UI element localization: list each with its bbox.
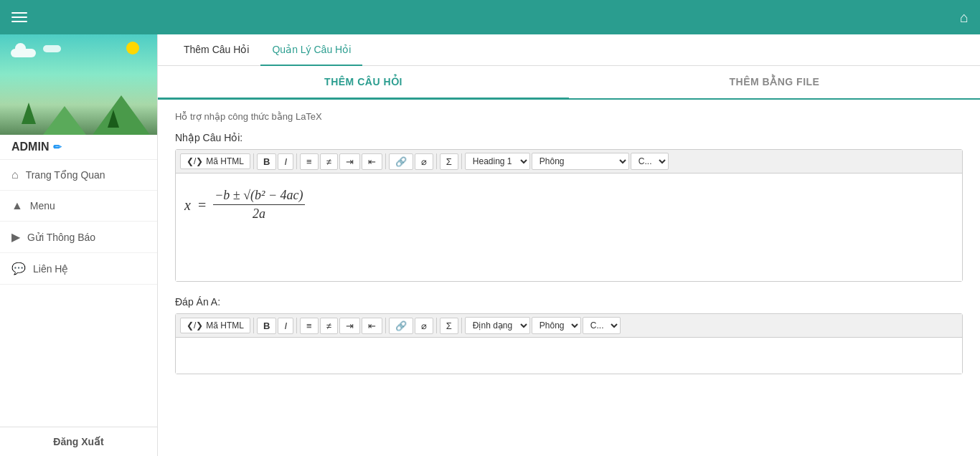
unordered-list-a[interactable]: ≠ [320,318,338,334]
html-button-a[interactable]: ❮/❯ Mã HTML [180,318,250,333]
color-select-q[interactable]: C... [631,153,669,170]
sidebar-item-lien-he[interactable]: 💬 Liên Hệ [0,253,157,285]
form-content: Hỗ trợ nhập công thức bằng LaTeX Nhập Câ… [158,100,980,456]
sidebar-item-label: Gửi Thông Báo [27,232,95,243]
unlink-a[interactable]: ⌀ [415,318,433,334]
sidebar-item-menu[interactable]: ▲ Menu [0,191,157,222]
answer-a-editor-body[interactable] [176,338,962,374]
sep-a3 [385,318,386,333]
indent-a[interactable]: ⇥ [339,318,360,334]
sub-nav-them-cau-hoi[interactable]: Thêm Câu Hỏi [172,34,260,66]
sep3 [385,153,386,169]
italic-button-q[interactable]: I [278,153,293,170]
main-layout: ADMIN ✏ ⌂ Trang Tổng Quan ▲ Menu ▶ Gửi T… [0,34,980,456]
ordered-list-a[interactable]: ≡ [300,318,319,334]
code-icon: ❮/❯ [187,156,203,166]
outdent-a[interactable]: ⇤ [362,318,382,334]
sidebar-admin: ADMIN ✏ [0,135,157,160]
unordered-list-q[interactable]: ≠ [320,153,338,170]
question-label: Nhập Câu Hỏi: [175,132,963,143]
heading-select-q[interactable]: Heading 1 Heading 2 Heading 3 Paragraph [465,153,530,170]
bold-button-a[interactable]: B [257,318,276,334]
main-tabs: THÊM CÂU HỎI THÊM BẰNG FILE [158,66,980,100]
send-nav-icon: ▶ [11,230,20,244]
sidebar-item-gui-thong-bao[interactable]: ▶ Gửi Thông Báo [0,222,157,253]
sidebar-banner [0,34,157,135]
sub-nav: Thêm Câu Hỏi Quản Lý Câu Hỏi [158,34,980,66]
sigma-a[interactable]: Σ [440,318,458,334]
link-a[interactable]: 🔗 [389,318,413,334]
sep5 [461,153,462,169]
sidebar-item-label: Liên Hệ [33,263,68,275]
sidebar: ADMIN ✏ ⌂ Trang Tổng Quan ▲ Menu ▶ Gửi T… [0,34,158,456]
answer-a-toolbar: ❮/❯ Mã HTML B I ≡ ≠ ⇥ ⇤ 🔗 ⌀ Σ [176,314,962,338]
sep4 [436,153,437,169]
font-select-a[interactable]: Phông Arial [532,317,581,334]
format-select-a[interactable]: Định dạng Heading 1 Paragraph [465,317,530,334]
question-editor-body[interactable]: x = −b ± √(b² − 4ac) 2a [176,174,962,281]
sigma-q[interactable]: Σ [440,153,458,170]
sep-a4 [436,318,437,333]
sep2 [296,153,297,169]
bold-button-q[interactable]: B [257,153,276,170]
answer-a-editor: ❮/❯ Mã HTML B I ≡ ≠ ⇥ ⇤ 🔗 ⌀ Σ [175,313,963,374]
pencil-icon: ✏ [53,141,62,153]
sep-a1 [253,318,254,333]
html-button-q[interactable]: ❮/❯ Mã HTML [180,153,250,169]
tab-them-cau-hoi[interactable]: THÊM CÂU HỎI [158,66,569,100]
chat-nav-icon: 💬 [11,262,26,275]
logout-button[interactable]: Đăng Xuất [0,427,157,456]
sidebar-item-trang-tong-quan[interactable]: ⌂ Trang Tổng Quan [0,160,157,191]
color-select-a[interactable]: C... [583,317,621,334]
ordered-list-q[interactable]: ≡ [300,153,319,170]
content-area: Thêm Câu Hỏi Quản Lý Câu Hỏi THÊM CÂU HỎ… [158,34,980,456]
outdent-q[interactable]: ⇤ [362,153,382,170]
home-nav-icon: ⌂ [11,168,19,181]
sidebar-item-label: Menu [30,200,55,212]
sidebar-nav: ⌂ Trang Tổng Quan ▲ Menu ▶ Gửi Thông Báo… [0,160,157,427]
italic-button-a[interactable]: I [278,318,293,334]
hamburger-menu[interactable] [11,12,27,22]
sidebar-item-label: Trang Tổng Quan [26,169,105,181]
topbar: ⌂ [0,0,980,34]
admin-label: ADMIN [11,141,49,153]
question-toolbar: ❮/❯ Mã HTML B I ≡ ≠ ⇥ ⇤ 🔗 ⌀ Σ [176,150,962,174]
sep-a5 [461,318,462,333]
question-editor: ❮/❯ Mã HTML B I ≡ ≠ ⇥ ⇤ 🔗 ⌀ Σ [175,149,963,282]
home-icon[interactable]: ⌂ [960,9,969,26]
sub-nav-quan-ly-cau-hoi[interactable]: Quản Lý Câu Hỏi [260,34,362,66]
latex-hint: Hỗ trợ nhập công thức bằng LaTeX [175,111,963,122]
menu-nav-icon: ▲ [11,199,23,212]
answer-a-label: Đáp Án A: [175,296,963,308]
link-q[interactable]: 🔗 [389,153,413,170]
sep-a2 [296,318,297,333]
font-select-q[interactable]: Phông Arial Times New Roman [532,153,629,170]
indent-q[interactable]: ⇥ [339,153,360,170]
unlink-q[interactable]: ⌀ [415,153,433,170]
tab-them-bang-file[interactable]: THÊM BẰNG FILE [569,66,980,98]
sep1 [253,153,254,169]
formula-display: x = −b ± √(b² − 4ac) 2a [184,182,953,229]
code-icon-a: ❮/❯ [187,320,203,331]
